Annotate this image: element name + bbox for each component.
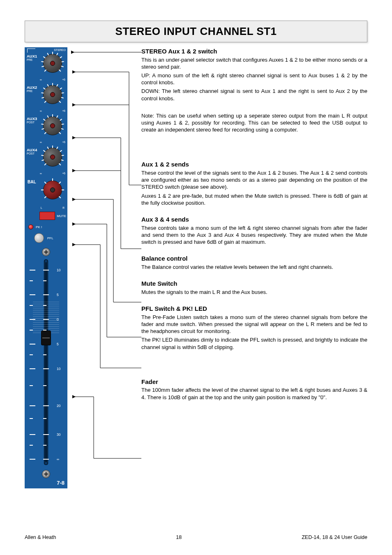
pk-led bbox=[28, 224, 33, 229]
fader-scale-number: ∞ bbox=[57, 457, 62, 461]
balance-label: BAL bbox=[28, 180, 36, 184]
screw-icon bbox=[42, 248, 50, 256]
aux-block-1: AUX1 PRE ∞ +6 bbox=[26, 51, 66, 80]
fader-scale-mark: 5 bbox=[30, 293, 62, 297]
fader-scale-mark: 10 bbox=[30, 367, 62, 371]
fader-knob[interactable] bbox=[41, 331, 51, 345]
fader-scale-minor bbox=[30, 354, 62, 355]
aux-min: ∞ bbox=[40, 109, 42, 112]
section-heading: Mute Switch bbox=[141, 280, 367, 288]
balance-right: R bbox=[62, 206, 65, 209]
section-paragraph: Mutes the signals to the main L R and th… bbox=[141, 289, 367, 296]
pk-label: PK ! bbox=[36, 225, 42, 229]
screw-icon bbox=[42, 470, 50, 478]
fader-scale-mark: 10 bbox=[30, 268, 62, 272]
section-paragraph: The PK! LED illuminates dimly to indicat… bbox=[141, 336, 367, 350]
balance-knob[interactable] bbox=[42, 179, 64, 201]
section-paragraph: The Pre-Fade Listen switch takes a mono … bbox=[141, 314, 367, 335]
section: STEREO Aux 1 & 2 switchThis is an under-… bbox=[141, 47, 367, 133]
fader-scale-minor bbox=[30, 418, 62, 419]
aux-label: AUX4 bbox=[27, 148, 37, 152]
fader-scale-minor bbox=[30, 280, 62, 281]
aux-sublabel: POST bbox=[27, 121, 35, 124]
section-paragraph: Auxes 1 & 2 are pre-fade, but muted when… bbox=[141, 192, 367, 206]
section-heading: Aux 3 & 4 sends bbox=[141, 215, 367, 224]
section-paragraph: The 100mm fader affects the level of the… bbox=[141, 386, 367, 400]
aux-label: AUX2 bbox=[27, 85, 37, 90]
section-heading: STEREO Aux 1 & 2 switch bbox=[141, 47, 367, 56]
balance-left: L bbox=[41, 206, 42, 209]
mute-button[interactable] bbox=[39, 212, 55, 220]
aux-knob-4[interactable] bbox=[42, 146, 64, 168]
pfl-button[interactable] bbox=[34, 233, 44, 243]
section: PFL Switch & PK! LEDThe Pre-Fade Listen … bbox=[141, 305, 367, 351]
fader-track[interactable]: 10505102030∞ bbox=[44, 259, 48, 465]
fader-scale-number: 10 bbox=[57, 367, 62, 371]
section: Aux 1 & 2 sendsThese control the level o… bbox=[141, 160, 367, 206]
fader-scale-minor bbox=[30, 445, 62, 446]
fader-scale-number: 10 bbox=[57, 268, 62, 272]
aux-block-3: AUX3 POST ∞ +6 bbox=[26, 114, 66, 143]
fader-scale-mark: ∞ bbox=[30, 457, 62, 461]
aux-block-4: AUX4 POST ∞ +6 bbox=[26, 145, 66, 174]
aux-min: ∞ bbox=[40, 78, 42, 81]
footer-center: 18 bbox=[176, 534, 182, 540]
aux-sublabel: PRE bbox=[27, 58, 32, 61]
aux-min: ∞ bbox=[40, 141, 42, 143]
aux-sublabel: PRE bbox=[27, 90, 32, 92]
section-heading: Balance control bbox=[141, 254, 367, 263]
fader-scale-number: 5 bbox=[57, 293, 62, 297]
aux-knob-2[interactable] bbox=[42, 83, 64, 106]
page-footer: Allen & Heath 18 ZED-14, 18 & 24 User Gu… bbox=[25, 534, 367, 540]
section-paragraph: The Balance control varies the relative … bbox=[141, 264, 367, 271]
page-title-box: STEREO INPUT CHANNEL ST1 bbox=[25, 21, 367, 42]
page-title: STEREO INPUT CHANNEL ST1 bbox=[25, 25, 367, 38]
aux-knob-3[interactable] bbox=[42, 115, 64, 137]
channel-number: 7-8 bbox=[26, 480, 66, 486]
section: Balance controlThe Balance control varie… bbox=[141, 254, 367, 271]
aux-knob-1[interactable] bbox=[42, 52, 64, 74]
fader-scale-number: 5 bbox=[57, 342, 62, 346]
stereo-label: STEREO bbox=[54, 49, 66, 51]
aux-min: ∞ bbox=[40, 172, 42, 175]
text-column: STEREO Aux 1 & 2 switchThis is an under-… bbox=[141, 47, 367, 410]
section-paragraph: UP: A mono sum of the left & right stere… bbox=[141, 72, 367, 86]
fader-scale-mark: 30 bbox=[30, 432, 62, 437]
aux-max: +6 bbox=[62, 172, 65, 175]
section-paragraph: These control the level of the signals s… bbox=[141, 169, 367, 190]
aux-max: +6 bbox=[62, 141, 65, 143]
aux-max: +6 bbox=[62, 109, 65, 112]
section: Aux 3 & 4 sendsThese controls take a mon… bbox=[141, 215, 367, 245]
section-paragraph: These controls take a mono sum of the le… bbox=[141, 224, 367, 245]
footer-right: ZED-14, 18 & 24 User Guide bbox=[302, 534, 367, 540]
section: FaderThe 100mm fader affects the level o… bbox=[141, 378, 367, 401]
section-heading: Aux 1 & 2 sends bbox=[141, 160, 367, 169]
fader-scale-minor bbox=[30, 385, 62, 386]
mute-label: MUTE bbox=[57, 214, 66, 218]
fader-scale-number: 30 bbox=[57, 432, 62, 437]
section-paragraph: DOWN: The left stereo channel signal is … bbox=[141, 88, 367, 102]
section-heading: Fader bbox=[141, 378, 367, 386]
aux-label: AUX1 bbox=[27, 54, 37, 58]
fader-scale-mark: 20 bbox=[30, 404, 62, 408]
aux-block-2: AUX2 PRE ∞ +6 bbox=[26, 83, 66, 111]
section-heading: PFL Switch & PK! LED bbox=[141, 305, 367, 313]
pfl-label: PFL bbox=[47, 236, 53, 240]
aux-sublabel: POST bbox=[27, 152, 35, 155]
mute-row: MUTE bbox=[26, 211, 66, 221]
pk-row: PK ! bbox=[26, 223, 66, 231]
section: Mute SwitchMutes the signals to the main… bbox=[141, 280, 367, 296]
balance-block: BAL L R bbox=[26, 178, 66, 208]
section-paragraph: This is an under-panel selector switch t… bbox=[141, 56, 367, 70]
aux-max: +6 bbox=[62, 78, 65, 81]
channel-strip: STEREO AUX1 PRE ∞ +6 AUX2 PRE ∞ +6 AUX3 … bbox=[25, 47, 67, 488]
fader-scale-number: 20 bbox=[57, 404, 62, 408]
footer-left: Allen & Heath bbox=[25, 534, 56, 540]
aux-label: AUX3 bbox=[27, 116, 37, 121]
section-paragraph: Note: This can be useful when setting up… bbox=[141, 112, 367, 133]
pfl-row: PFL bbox=[26, 233, 66, 243]
